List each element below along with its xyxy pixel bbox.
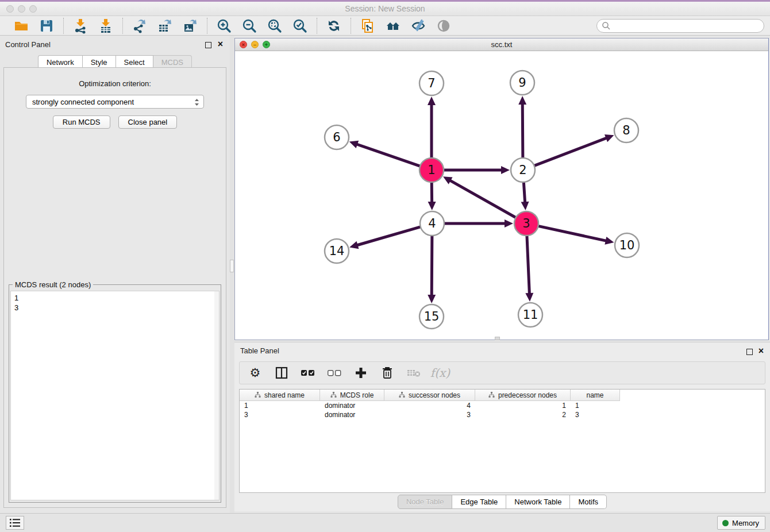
export-image-icon[interactable]: [182, 17, 199, 34]
close-panel-button[interactable]: Close panel: [118, 115, 178, 129]
column-header-successor-nodes[interactable]: successor nodes: [384, 390, 475, 401]
zoom-selected-icon[interactable]: [291, 17, 309, 34]
control-panel-header: Control Panel ×: [0, 38, 230, 52]
run-mcds-button[interactable]: Run MCDS: [53, 115, 110, 129]
edge-arrowhead: [525, 293, 533, 302]
mcds-result-title: MCDS result (2 nodes): [13, 280, 93, 289]
column-header-shared-name[interactable]: shared name: [240, 390, 320, 401]
network-splitter-grip[interactable]: [495, 337, 500, 340]
mcds-panel-body: Optimization criterion: strongly connect…: [3, 67, 226, 508]
table-row[interactable]: 3dominator323: [240, 410, 765, 419]
edge-3-11[interactable]: [527, 236, 529, 294]
home-layout-icon[interactable]: [384, 17, 402, 34]
column-header-mcds-role[interactable]: MCDS role: [320, 390, 384, 401]
graph-node-label: 3: [522, 217, 530, 230]
export-network-icon[interactable]: [131, 17, 148, 34]
table-cell[interactable]: 1: [475, 401, 571, 410]
tab-node-table[interactable]: Node Table: [398, 495, 453, 509]
column-label: predecessor nodes: [498, 391, 557, 399]
node-table: shared name MCDS role successor nodes pr…: [239, 389, 765, 493]
column-label: MCDS role: [340, 391, 374, 399]
table-cell[interactable]: 4: [384, 401, 475, 410]
table-cell[interactable]: 1: [240, 401, 320, 410]
application-window: Session: New Session: [0, 0, 770, 532]
table-panel-title: Table Panel: [240, 346, 279, 355]
table-close-panel-icon[interactable]: ×: [759, 346, 764, 356]
tab-motifs[interactable]: Motifs: [570, 495, 607, 509]
import-table-icon[interactable]: [97, 17, 114, 34]
tab-edge-table[interactable]: Edge Table: [452, 495, 506, 509]
float-panel-icon[interactable]: [205, 42, 211, 48]
visual-styles-icon[interactable]: [410, 17, 427, 34]
result-line: 3: [14, 303, 215, 313]
zoom-fit-icon[interactable]: [266, 17, 283, 34]
result-scrollbar[interactable]: [214, 291, 219, 500]
edge-arrowhead: [428, 202, 436, 210]
edge-4-15[interactable]: [432, 236, 432, 296]
edge-3-1[interactable]: [449, 180, 515, 218]
select-stepper-icon: [194, 98, 200, 107]
column-header-name[interactable]: name: [571, 390, 620, 401]
tab-network-table[interactable]: Network Table: [506, 495, 570, 509]
edge-3-10[interactable]: [538, 226, 606, 241]
table-settings-icon[interactable]: ⚙: [248, 365, 263, 380]
column-label: shared name: [264, 391, 305, 399]
delete-column-icon[interactable]: [380, 365, 395, 380]
delete-table-icon[interactable]: [406, 365, 421, 380]
graph-node-label: 15: [424, 310, 440, 323]
edge-4-14[interactable]: [357, 227, 420, 245]
control-panel: Control Panel × Network Style Select MCD…: [0, 36, 230, 513]
clone-network-icon[interactable]: [359, 17, 376, 34]
window-title: Session: New Session: [0, 4, 770, 13]
column-type-icon: [255, 392, 261, 398]
list-icon: [9, 518, 21, 527]
criterion-select[interactable]: strongly connected component: [26, 95, 204, 109]
hide-preview-icon[interactable]: [435, 17, 452, 34]
table-cell[interactable]: 3: [571, 410, 620, 419]
table-row[interactable]: 1dominator411: [240, 401, 765, 410]
title-bar: Session: New Session: [0, 2, 770, 16]
table-cell[interactable]: 2: [475, 410, 571, 419]
edge-1-6[interactable]: [356, 144, 419, 166]
memory-button[interactable]: Memory: [717, 516, 765, 530]
table-float-panel-icon[interactable]: [746, 349, 753, 355]
edge-arrowhead: [428, 97, 436, 105]
criterion-value: strongly connected component: [32, 98, 134, 106]
function-builder-icon[interactable]: f(x): [433, 365, 448, 380]
table-cell[interactable]: dominator: [320, 410, 384, 419]
refresh-icon[interactable]: [325, 17, 342, 34]
table-cell[interactable]: 3: [384, 410, 475, 419]
edge-2-3[interactable]: [523, 183, 525, 203]
edge-2-8[interactable]: [535, 138, 607, 165]
control-panel-title: Control Panel: [5, 40, 51, 49]
export-table-icon[interactable]: [156, 17, 174, 34]
table-cell[interactable]: dominator: [320, 401, 384, 410]
table-body: 1dominator4113dominator323: [240, 401, 765, 419]
column-layout-icon[interactable]: [274, 365, 289, 380]
edge-2-9[interactable]: [522, 103, 523, 157]
column-header-predecessor-nodes[interactable]: predecessor nodes: [475, 390, 571, 401]
panel-splitter[interactable]: [230, 36, 234, 513]
table-header-row: shared name MCDS role successor nodes pr…: [240, 390, 765, 401]
splitter-grip[interactable]: [230, 260, 234, 272]
task-history-button[interactable]: [6, 516, 24, 530]
main-area: Control Panel × Network Style Select MCD…: [0, 36, 770, 513]
zoom-in-icon[interactable]: [215, 17, 233, 34]
open-session-icon[interactable]: [13, 17, 30, 34]
mcds-result-text[interactable]: 1 3: [10, 291, 220, 500]
table-cell[interactable]: 3: [240, 410, 320, 419]
memory-label: Memory: [732, 519, 759, 527]
main-toolbar: [0, 16, 770, 36]
add-column-icon[interactable]: [353, 365, 368, 380]
zoom-out-icon[interactable]: [241, 17, 258, 34]
edge-arrowhead: [605, 237, 614, 245]
table-cell[interactable]: 1: [571, 401, 620, 410]
select-all-checkboxes-icon[interactable]: [301, 365, 315, 380]
close-panel-icon[interactable]: ×: [218, 39, 223, 49]
network-canvas[interactable]: 7968124314101511: [235, 51, 768, 340]
clear-checkboxes-icon[interactable]: [327, 365, 342, 380]
import-network-icon[interactable]: [72, 17, 89, 34]
save-session-icon[interactable]: [38, 17, 55, 34]
status-bar: Memory: [0, 513, 770, 532]
search-input[interactable]: [611, 20, 764, 32]
